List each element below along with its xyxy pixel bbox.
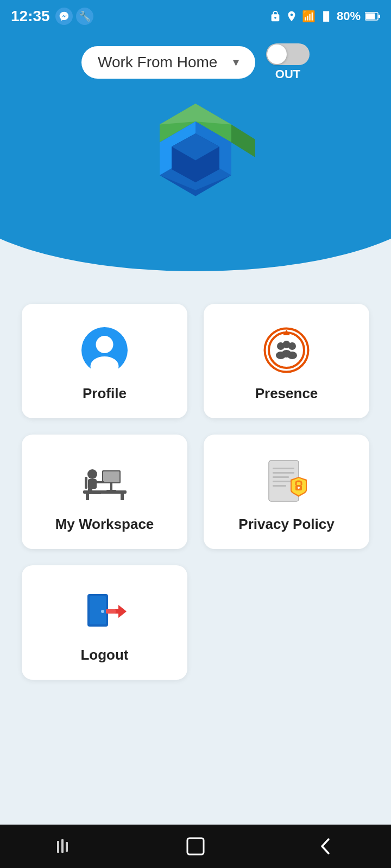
logout-card[interactable]: Logout — [22, 565, 187, 680]
svg-marker-4 — [160, 104, 231, 125]
svg-rect-32 — [88, 488, 92, 494]
presence-icon — [263, 327, 310, 373]
bottom-nav-bar — [0, 825, 391, 868]
battery-indicator: 80% — [337, 9, 361, 23]
content-area: Profile — [0, 282, 391, 767]
workspace-card[interactable]: My Workspace — [22, 435, 187, 549]
profile-icon — [81, 327, 128, 373]
svg-rect-36 — [273, 468, 294, 469]
profile-icon-container — [80, 326, 129, 374]
svg-rect-39 — [273, 481, 292, 482]
chevron-down-icon: ▾ — [233, 55, 239, 69]
svg-rect-27 — [106, 490, 116, 492]
svg-rect-24 — [86, 494, 89, 500]
svg-rect-33 — [85, 477, 87, 489]
presence-label: Presence — [255, 385, 318, 402]
menu-grid: Profile — [22, 304, 369, 680]
home-button[interactable] — [179, 830, 212, 863]
back-icon — [316, 836, 336, 857]
svg-point-42 — [298, 487, 300, 489]
status-right: 📶 ▐▌ 80% — [269, 9, 380, 23]
logout-icon-container — [80, 587, 129, 636]
workspace-icon-container — [80, 456, 129, 505]
svg-point-21 — [283, 341, 291, 348]
profile-label: Profile — [83, 385, 127, 402]
svg-rect-51 — [66, 842, 68, 852]
workspace-label: My Workspace — [55, 516, 154, 533]
recent-apps-button[interactable] — [49, 830, 81, 863]
svg-point-13 — [96, 336, 113, 353]
location-icon — [286, 10, 298, 22]
svg-rect-40 — [273, 485, 286, 487]
dropdown-row: Work From Home ▾ OUT — [0, 33, 391, 87]
svg-rect-52 — [187, 838, 204, 854]
workspace-icon — [80, 461, 129, 501]
privacy-label: Privacy Policy — [238, 516, 334, 533]
svg-rect-2 — [379, 15, 380, 18]
svg-rect-50 — [61, 839, 64, 853]
bottom-spacer — [22, 680, 369, 734]
svg-rect-49 — [57, 841, 59, 853]
logo-area — [0, 87, 391, 239]
svg-rect-37 — [273, 472, 294, 474]
battery-icon — [365, 12, 380, 21]
check-in-toggle-container: OUT — [266, 43, 310, 81]
svg-rect-31 — [88, 479, 97, 489]
logout-label: Logout — [80, 647, 128, 663]
app-logo — [136, 98, 255, 217]
logout-icon — [83, 590, 127, 633]
back-button[interactable] — [310, 830, 342, 863]
svg-point-30 — [87, 469, 97, 479]
status-time: 12:35 — [11, 8, 50, 25]
status-bar: 12:35 🔧 📶 ▐▌ 80% — [0, 0, 391, 33]
signal-icon: ▐▌ — [320, 11, 332, 21]
privacy-icon — [266, 458, 307, 504]
svg-rect-1 — [366, 14, 375, 20]
lock-icon — [269, 10, 281, 22]
messenger-icon — [55, 8, 73, 25]
check-in-toggle[interactable] — [266, 43, 310, 65]
header-area: Work From Home ▾ OUT — [0, 33, 391, 282]
profile-card[interactable]: Profile — [22, 304, 187, 418]
home-icon — [185, 836, 206, 857]
status-icons: 🔧 — [55, 8, 93, 25]
status-left: 12:35 🔧 — [11, 8, 93, 25]
work-location-dropdown[interactable]: Work From Home ▾ — [81, 46, 255, 79]
dropdown-selected-label: Work From Home — [98, 54, 217, 71]
privacy-card[interactable]: Privacy Policy — [204, 435, 369, 549]
presence-card[interactable]: Presence — [204, 304, 369, 418]
svg-marker-5 — [231, 125, 255, 158]
recent-apps-icon — [54, 835, 76, 857]
svg-marker-47 — [118, 605, 127, 618]
wifi-icon: 📶 — [302, 10, 316, 23]
svg-rect-26 — [110, 483, 112, 491]
presence-icon-container — [262, 326, 311, 374]
svg-rect-38 — [273, 476, 289, 478]
toggle-status-label: OUT — [275, 67, 300, 81]
svg-rect-48 — [106, 609, 116, 614]
svg-point-22 — [282, 350, 292, 358]
svg-rect-25 — [121, 494, 124, 500]
wave-separator — [0, 239, 391, 282]
privacy-icon-container — [262, 456, 311, 505]
tool-icon: 🔧 — [76, 8, 93, 25]
svg-rect-29 — [103, 471, 119, 482]
svg-point-45 — [101, 610, 104, 613]
